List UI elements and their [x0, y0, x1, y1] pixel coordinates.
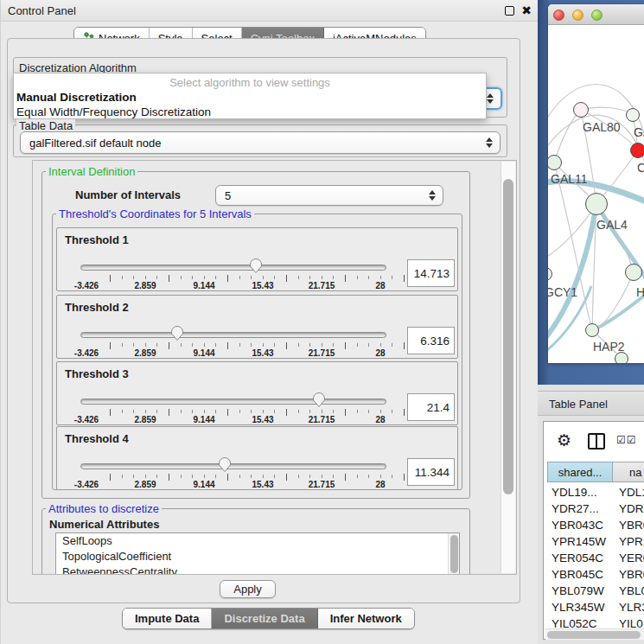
tab-label: Discretize Data [224, 612, 304, 625]
tick-label: 2.859 [134, 480, 156, 489]
tick-label: 9.144 [193, 480, 214, 489]
slider-track[interactable] [80, 265, 386, 271]
network-node[interactable] [626, 108, 640, 122]
tab-label: Infer Network [330, 612, 402, 625]
threshold-value[interactable]: 11.344 [407, 458, 455, 486]
tick-label: 15.43 [252, 480, 273, 489]
float-window-icon[interactable] [505, 6, 514, 16]
mac-close-icon[interactable] [553, 10, 564, 21]
tick-label: 21.715 [309, 348, 335, 358]
apply-button[interactable]: Apply [220, 580, 276, 598]
attribute-item[interactable]: BetweennessCentrality [56, 564, 459, 575]
network-node[interactable] [630, 143, 644, 158]
table-row[interactable]: YER054CYER0 [547, 550, 644, 566]
tick-label: -3.426 [74, 415, 99, 424]
network-node[interactable] [585, 323, 599, 337]
network-node[interactable] [615, 352, 628, 363]
panel-title: Control Panel [8, 4, 76, 17]
tick-label: 15.43 [252, 415, 273, 424]
interval-definition-title: Interval Definition [46, 165, 137, 178]
gear-icon[interactable]: ⚙ [557, 430, 571, 450]
control-panel: Control Panel ✖ Network Style Select Cyn… [0, 0, 538, 644]
table-data-title: Table Data [16, 119, 75, 132]
tab-discretize-data[interactable]: Discretize Data [212, 609, 317, 628]
table-row[interactable]: YDR27...YDR2 [547, 501, 644, 517]
bottom-tabstrip: Impute Data Discretize Data Infer Networ… [122, 608, 415, 629]
threshold-value[interactable]: 21.4 [407, 393, 455, 421]
table-row[interactable]: YBL079WYBL0 [547, 583, 644, 599]
mac-minimize-icon[interactable] [572, 10, 583, 21]
slider-track[interactable] [80, 332, 386, 338]
table-row[interactable]: YIL052CYIL0 [547, 615, 644, 628]
table-data-combobox[interactable]: galFiltered.sif default node [20, 131, 501, 154]
table-cell: YDL1 [615, 484, 644, 501]
dropdown-option-equal-width[interactable]: Equal Width/Frequency Discretization [16, 105, 483, 120]
scrollbar-thumb[interactable] [503, 179, 513, 494]
table-cell: YDL19... [547, 484, 615, 501]
tab-infer-network[interactable]: Infer Network [318, 609, 414, 628]
slider-thumb[interactable] [312, 392, 326, 408]
split-columns-icon[interactable] [588, 433, 605, 450]
scrollbar-thumb[interactable] [547, 631, 641, 639]
settings-vertical-scrollbar[interactable] [501, 162, 515, 573]
close-icon[interactable]: ✖ [521, 3, 532, 17]
table-row[interactable]: YDL19...YDL1 [547, 484, 644, 501]
checkbox-icons[interactable]: ☑☑ [616, 434, 637, 446]
tick-label: -3.426 [74, 480, 99, 489]
slider-track[interactable] [80, 463, 386, 469]
slider-thumb[interactable] [249, 258, 263, 274]
control-panel-titlebar: Control Panel ✖ [1, 0, 539, 22]
number-of-intervals-label: Number of Intervals [75, 188, 181, 201]
tick-label: 28 [375, 415, 385, 424]
dropdown-prompt: Select algorithm to view settings [14, 76, 486, 89]
network-node[interactable] [625, 264, 642, 281]
table-row[interactable]: YLR345WYLR3 [547, 599, 644, 615]
column-header-name[interactable]: na [613, 462, 644, 482]
slider-thumb[interactable] [170, 325, 184, 341]
network-node[interactable] [548, 267, 552, 281]
threshold-label: Threshold 4 [65, 432, 129, 445]
network-node-label: GA [634, 125, 644, 139]
threshold-label: Threshold 3 [65, 367, 129, 380]
network-view-window[interactable]: GAL80GACGAL11GAL4GCY1HHAP2 [548, 4, 644, 363]
attribute-item[interactable]: SelfLoops [56, 533, 459, 549]
network-node[interactable] [548, 155, 562, 170]
stepper-icon [486, 137, 493, 148]
table-cell: YPR145W [547, 533, 615, 550]
table-row[interactable]: YBR043CYBR0 [547, 517, 644, 533]
table-row[interactable]: YPR145WYPR1 [547, 533, 644, 550]
slider-track[interactable] [80, 399, 386, 405]
tick-label: 2.859 [134, 415, 156, 424]
number-of-intervals-spinner[interactable]: 5 [215, 185, 443, 206]
table-cell: YDR2 [615, 501, 644, 517]
table-cell: YBR043C [547, 517, 615, 533]
dropdown-option-manual[interactable]: Manual Discretization [16, 91, 483, 105]
network-window-titlebar[interactable] [548, 4, 644, 25]
tick-label: -3.426 [74, 348, 99, 358]
network-node[interactable] [585, 193, 608, 215]
tick-label: 21.715 [309, 281, 335, 290]
settings-scroll-panel: Interval Definition Number of Intervals … [32, 160, 517, 575]
network-canvas[interactable]: GAL80GACGAL11GAL4GCY1HHAP2 [548, 25, 644, 363]
threshold-coordinates-title: Threshold's Coordinates for 5 Intervals [56, 207, 254, 220]
threshold-value[interactable]: 14.713 [407, 259, 455, 287]
numerical-attributes-label: Numerical Attributes [49, 518, 159, 531]
network-node[interactable] [573, 102, 589, 118]
table-horizontal-scrollbar[interactable] [545, 628, 644, 640]
column-header-shared[interactable]: shared... [547, 462, 613, 482]
mac-zoom-icon[interactable] [591, 10, 603, 21]
table-toolbar: ⚙ ☑☑ [544, 422, 644, 461]
slider-tick-labels: -3.4262.8599.14415.4321.71528 [86, 415, 392, 425]
numerical-attributes-list[interactable]: SelfLoops TopologicalCoefficient Between… [55, 532, 460, 575]
attribute-item[interactable]: TopologicalCoefficient [56, 549, 459, 564]
tab-impute-data[interactable]: Impute Data [123, 609, 212, 628]
network-node-label: C [637, 161, 644, 175]
table-cell: YBR045C [547, 566, 615, 583]
table-cell: YIL0 [615, 615, 644, 628]
table-row[interactable]: YBR045CYBR0 [547, 566, 644, 583]
table-rows: YDL19...YDL1YDR27...YDR2YBR043CYBR0YPR14… [547, 484, 644, 628]
slider-thumb[interactable] [218, 456, 232, 473]
threshold-label: Threshold 2 [65, 301, 129, 314]
attributes-scrollbar[interactable] [448, 533, 459, 574]
threshold-value[interactable]: 6.316 [407, 327, 455, 354]
